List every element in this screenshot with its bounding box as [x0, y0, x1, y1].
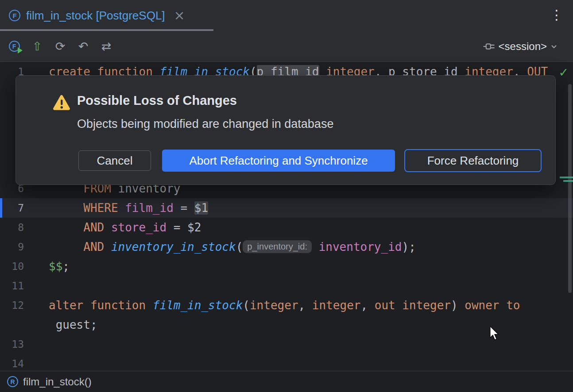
- possible-loss-of-changes-dialog: Possible Loss of Changes Objects being m…: [15, 75, 556, 185]
- current-routine-label: film_in_stock(): [23, 376, 92, 388]
- code-token: ,: [298, 299, 312, 312]
- function-icon: F: [9, 10, 20, 21]
- code-line[interactable]: 8 AND store_id = $2: [0, 218, 573, 237]
- chevron-down-icon: [550, 42, 558, 50]
- refresh-button[interactable]: ⟳: [52, 38, 68, 54]
- code-token: =: [166, 221, 187, 234]
- line-number: 7: [0, 198, 49, 218]
- caret-stripe-mark: [560, 177, 573, 178]
- code-token: guest;: [49, 318, 97, 331]
- code-token: [49, 221, 83, 234]
- code-token: ,: [360, 299, 374, 312]
- line-number: 14: [0, 354, 49, 371]
- dialog-message: Objects being modified are changed in da…: [77, 117, 333, 131]
- abort-refactoring-and-synchronize-button[interactable]: Abort Refactoring and Synchronize: [162, 150, 395, 172]
- more-options-icon[interactable]: ⋮: [550, 7, 563, 23]
- code-token: AND: [83, 221, 104, 234]
- tab-title: film_in_stock [PostgreSQL]: [26, 9, 165, 23]
- submit-button[interactable]: ⇧: [29, 38, 45, 54]
- mouse-cursor: [488, 326, 500, 342]
- code-token: [49, 201, 83, 215]
- run-routine-button[interactable]: F: [6, 38, 22, 54]
- session-selector[interactable]: <session>: [482, 31, 558, 62]
- code-token: inventory_id: [319, 240, 402, 254]
- code-token: WHERE: [83, 201, 118, 215]
- code-token: out integer: [375, 299, 451, 312]
- line-number: 10: [0, 257, 49, 276]
- caret-stripe-mark: [563, 180, 573, 182]
- status-bar: R film_in_stock(): [0, 371, 573, 392]
- force-refactoring-button[interactable]: Force Refactoring: [404, 149, 542, 172]
- code-token: [104, 240, 111, 254]
- code-token: owner to: [465, 299, 520, 312]
- inspections-ok-icon[interactable]: ✓: [558, 65, 569, 79]
- undo-icon: ↶: [78, 40, 89, 52]
- routine-icon: R: [7, 376, 18, 387]
- line-number: 12: [0, 296, 49, 315]
- code-token: integer: [250, 299, 298, 312]
- line-number: 8: [0, 218, 49, 237]
- parameter-name-hint: p_inventory_id:: [243, 240, 312, 253]
- code-token: inventory_in_stock: [111, 240, 236, 254]
- code-token: $2: [187, 221, 201, 234]
- session-label: <session>: [499, 40, 547, 53]
- warning-icon: [52, 94, 71, 113]
- close-tab-icon[interactable]: ×: [174, 9, 185, 22]
- code-token: [49, 240, 83, 254]
- code-token: $1: [194, 201, 208, 215]
- tab-bar: F film_in_stock [PostgreSQL] × ⋮: [0, 0, 573, 31]
- code-token: film_id: [125, 201, 174, 215]
- code-line[interactable]: 10$$;: [0, 257, 573, 276]
- code-token: (: [243, 299, 250, 312]
- code-token: [312, 240, 319, 254]
- code-token: alter function: [49, 299, 153, 312]
- code-token: $$: [49, 260, 62, 273]
- code-token: =: [174, 201, 194, 215]
- plug-icon: [482, 40, 496, 53]
- code-token: ): [451, 299, 465, 312]
- upload-arrow-icon: ⇧: [32, 40, 43, 52]
- dialog-title: Possible Loss of Changes: [77, 93, 237, 108]
- code-token: AND: [83, 240, 104, 254]
- code-token: [118, 201, 125, 215]
- cancel-button[interactable]: Cancel: [78, 150, 151, 171]
- code-token: integer: [312, 299, 361, 312]
- tab-film-in-stock[interactable]: F film_in_stock [PostgreSQL] ×: [0, 0, 213, 31]
- compare-button[interactable]: ⇄: [98, 38, 114, 54]
- code-line[interactable]: 12alter function film_in_stock(integer, …: [0, 296, 573, 315]
- code-token: (: [236, 240, 243, 254]
- code-line[interactable]: guest;: [0, 315, 573, 334]
- compare-arrows-icon: ⇄: [101, 40, 112, 52]
- undo-button[interactable]: ↶: [75, 38, 91, 54]
- code-token: [104, 221, 111, 234]
- refresh-icon: ⟳: [55, 40, 66, 52]
- line-number: [0, 315, 49, 334]
- run-function-icon: F: [9, 41, 20, 52]
- code-line[interactable]: 11: [0, 276, 573, 296]
- line-number: 9: [0, 237, 49, 257]
- line-number: 11: [0, 276, 49, 296]
- code-line[interactable]: 14: [0, 354, 573, 371]
- code-token: );: [402, 240, 415, 254]
- ide-window: F film_in_stock [PostgreSQL] × ⋮ F ⇧ ⟳ ↶…: [0, 0, 573, 392]
- vertical-scrollbar[interactable]: [568, 84, 572, 293]
- code-token: ;: [62, 260, 70, 273]
- code-line[interactable]: 13: [0, 334, 573, 354]
- line-number: 13: [0, 334, 49, 354]
- code-line[interactable]: 9 AND inventory_in_stock(p_inventory_id:…: [0, 237, 573, 257]
- code-token: store_id: [111, 221, 166, 234]
- code-line[interactable]: 7 WHERE film_id = $1: [0, 198, 573, 218]
- code-token: film_in_stock: [153, 299, 243, 312]
- play-badge-icon: [18, 47, 23, 54]
